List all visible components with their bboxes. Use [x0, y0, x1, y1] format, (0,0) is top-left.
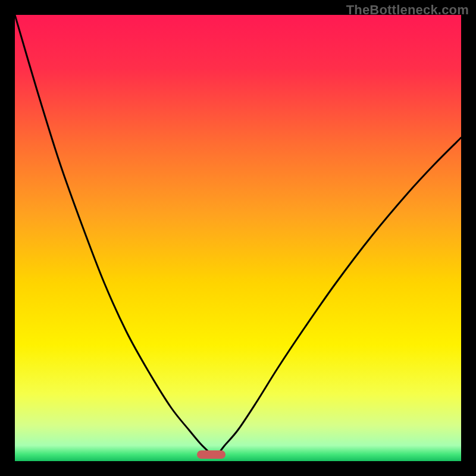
bottom-marker — [197, 450, 226, 459]
curve-layer — [15, 15, 461, 461]
outer-frame: TheBottleneck.com — [0, 0, 476, 476]
watermark-text: TheBottleneck.com — [346, 2, 469, 18]
curve-left-branch — [15, 15, 211, 455]
plot-area — [15, 15, 461, 461]
curve-right-branch — [218, 137, 461, 455]
